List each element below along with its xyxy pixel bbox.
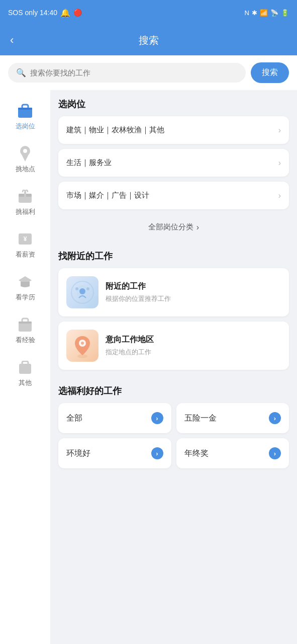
- bell-icon: 🔔: [60, 8, 70, 18]
- job-icon: [17, 102, 34, 119]
- status-bar: SOS only 14:40 🔔 🔴 N ✱ 📶 📡 🔋: [0, 0, 297, 25]
- sidebar-item-location[interactable]: 挑地点: [0, 138, 50, 181]
- nearby-job-title: 找附近的工作: [58, 250, 289, 262]
- welfare-card-environment[interactable]: 环境好 ›: [58, 438, 171, 468]
- chevron-right-icon-1: ›: [278, 126, 281, 135]
- intended-area-desc: 指定地点的工作: [106, 348, 154, 357]
- nearby-work-card[interactable]: 附近的工作 根据你的位置推荐工作: [58, 268, 289, 316]
- search-icon: 🔍: [16, 68, 26, 77]
- welfare-label-insurance: 五险一金: [184, 413, 217, 424]
- welfare-arrow-insurance: ›: [269, 412, 281, 424]
- all-category-chevron-icon: ›: [196, 223, 199, 232]
- svg-rect-16: [22, 361, 28, 365]
- content-area: 选岗位 建筑｜物业｜农林牧渔｜其他 › 生活｜服务业 › 市场｜媒介｜广告｜设计…: [50, 90, 297, 644]
- intended-area-icon: [66, 330, 98, 362]
- svg-point-20: [75, 287, 78, 290]
- welfare-label-bonus: 年终奖: [184, 448, 209, 459]
- nearby-work-title: 附近的工作: [106, 281, 171, 292]
- category-card-2[interactable]: 生活｜服务业 ›: [58, 149, 289, 177]
- sidebar-item-job[interactable]: 选岗位: [0, 95, 50, 138]
- sidebar-label-location: 挑地点: [16, 165, 35, 174]
- sidebar-label-welfare: 挑福利: [16, 207, 35, 216]
- header: ‹ 搜索: [0, 25, 297, 55]
- welfare-card-insurance[interactable]: 五险一金 ›: [176, 403, 289, 433]
- nearby-job-section: 找附近的工作 附近的工作: [58, 250, 289, 375]
- welfare-card-bonus[interactable]: 年终奖 ›: [176, 438, 289, 468]
- svg-marker-4: [21, 153, 29, 162]
- welfare-icon: [17, 188, 34, 205]
- chevron-right-icon-2: ›: [278, 158, 281, 168]
- category-card-3[interactable]: 市场｜媒介｜广告｜设计 ›: [58, 182, 289, 209]
- category-label-1: 建筑｜物业｜农林牧渔｜其他: [66, 125, 164, 135]
- status-left: SOS only 14:40 🔔 🔴: [8, 8, 82, 18]
- welfare-label-all: 全部: [66, 413, 82, 424]
- welfare-section-title: 选福利好的工作: [58, 385, 289, 397]
- welfare-grid: 全部 › 五险一金 › 环境好 › 年终奖 ›: [58, 403, 289, 468]
- svg-point-21: [86, 287, 89, 290]
- sidebar-label-job: 选岗位: [16, 122, 35, 131]
- welfare-arrow-all: ›: [151, 412, 163, 424]
- welfare-arrow-bonus: ›: [269, 447, 281, 459]
- welfare-section: 选福利好的工作 全部 › 五险一金 › 环境好 › 年终奖 ›: [58, 385, 289, 468]
- sidebar-label-salary: 看薪资: [16, 250, 35, 259]
- bluetooth-icon: ✱: [252, 9, 257, 17]
- svg-rect-8: [24, 192, 26, 203]
- nfc-icon: N: [245, 9, 249, 17]
- category-label-2: 生活｜服务业: [66, 158, 112, 168]
- sidebar-item-education[interactable]: 看学历: [0, 266, 50, 309]
- job-position-title: 选岗位: [58, 98, 289, 110]
- other-icon: [17, 359, 34, 376]
- svg-rect-14: [19, 321, 32, 324]
- svg-text:¥: ¥: [24, 235, 27, 243]
- sidebar-label-experience: 看经验: [16, 336, 35, 345]
- all-category-label: 全部岗位分类: [148, 222, 193, 232]
- svg-point-19: [79, 288, 85, 294]
- job-position-section: 选岗位 建筑｜物业｜农林牧渔｜其他 › 生活｜服务业 › 市场｜媒介｜广告｜设计…: [58, 98, 289, 240]
- sidebar-item-salary[interactable]: ¥ 看薪资: [0, 223, 50, 266]
- location-icon: [17, 145, 34, 162]
- sidebar-label-other: 其他: [19, 378, 32, 387]
- experience-icon: [17, 316, 34, 333]
- back-button[interactable]: ‹: [10, 34, 14, 47]
- sidebar-label-education: 看学历: [16, 293, 35, 302]
- welfare-label-environment: 环境好: [66, 448, 90, 459]
- red-icon: 🔴: [73, 9, 82, 17]
- svg-point-5: [23, 149, 27, 153]
- sidebar-item-welfare[interactable]: 挑福利: [0, 181, 50, 223]
- intended-area-card[interactable]: 意向工作地区 指定地点的工作: [58, 321, 289, 370]
- intended-area-info: 意向工作地区 指定地点的工作: [106, 335, 154, 357]
- all-category-button[interactable]: 全部岗位分类 ›: [58, 214, 289, 240]
- search-bar-container: 🔍 搜索: [0, 55, 297, 90]
- status-right: N ✱ 📶 📡 🔋: [245, 9, 289, 17]
- intended-area-title: 意向工作地区: [106, 335, 154, 345]
- category-label-3: 市场｜媒介｜广告｜设计: [66, 191, 149, 200]
- status-text: SOS only 14:40: [8, 9, 57, 17]
- sidebar: 选岗位 挑地点: [0, 90, 50, 644]
- nearby-work-info: 附近的工作 根据你的位置推荐工作: [106, 281, 171, 303]
- welfare-card-all[interactable]: 全部 ›: [58, 403, 171, 433]
- main-layout: 选岗位 挑地点: [0, 90, 297, 644]
- search-button[interactable]: 搜索: [251, 62, 289, 83]
- battery-icon: 🔋: [281, 9, 289, 17]
- salary-icon: ¥: [17, 230, 34, 248]
- welfare-arrow-environment: ›: [151, 447, 163, 459]
- svg-point-24: [81, 342, 84, 345]
- education-icon: [17, 273, 34, 290]
- search-input-wrap: 🔍: [8, 63, 246, 83]
- sidebar-item-experience[interactable]: 看经验: [0, 309, 50, 352]
- svg-rect-2: [18, 108, 32, 110]
- sidebar-item-other[interactable]: 其他: [0, 352, 50, 394]
- chevron-right-icon-3: ›: [278, 191, 281, 200]
- signal-icon: 📶: [260, 9, 268, 17]
- wifi-icon: 📡: [270, 9, 278, 17]
- search-input[interactable]: [30, 68, 238, 77]
- nearby-work-desc: 根据你的位置推荐工作: [106, 294, 171, 303]
- category-card-1[interactable]: 建筑｜物业｜农林牧渔｜其他 ›: [58, 116, 289, 144]
- nearby-work-icon: [66, 276, 98, 308]
- header-title: 搜索: [139, 34, 159, 47]
